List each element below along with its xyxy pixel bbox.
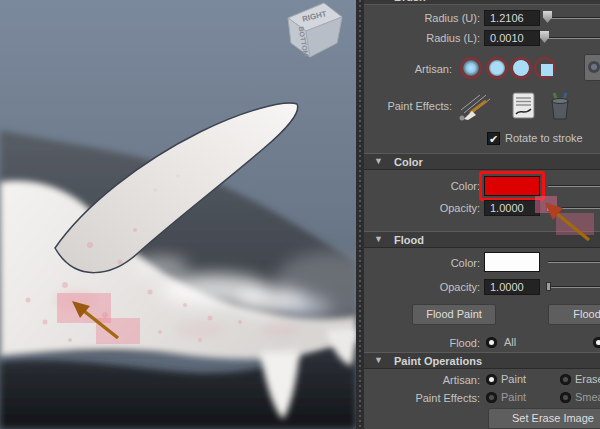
artisan-paint-label: Paint bbox=[501, 373, 526, 386]
section-header-flood[interactable]: ▼ Flood bbox=[364, 231, 600, 248]
pfx-smear-label: Smear bbox=[575, 391, 600, 404]
flood-opacity-slider-handle[interactable] bbox=[546, 282, 551, 291]
ops-artisan-label: Artisan: bbox=[364, 373, 480, 388]
section-title-brush: Brush bbox=[394, 0, 426, 3]
paint-effects-label: Paint Effects: bbox=[364, 99, 452, 114]
artisan-brush-soft-icon[interactable] bbox=[460, 57, 482, 79]
tool-settings-panel: Brush Radius (U): 1.2106 Radius (L): 0.0… bbox=[364, 0, 600, 429]
section-title-paint-operations: Paint Operations bbox=[394, 354, 482, 369]
flood-label: Flood: bbox=[364, 336, 480, 351]
annotation-highlight-box bbox=[479, 171, 545, 201]
paint-effects-canvas-icon[interactable] bbox=[512, 92, 536, 120]
flood-erase-button[interactable]: Flood Erase bbox=[548, 304, 600, 325]
radius-l-slider-track[interactable] bbox=[544, 37, 600, 38]
flood-color-slider-track[interactable] bbox=[548, 261, 600, 262]
section-header-brush[interactable]: Brush bbox=[364, 0, 600, 5]
flood-paint-button[interactable]: Flood Paint bbox=[412, 304, 496, 325]
paint-effects-brush-icon[interactable] bbox=[456, 93, 492, 121]
flood-selected-radio[interactable] bbox=[593, 337, 600, 348]
viewport-3d-canvas[interactable]: RIGHT BOTTOM bbox=[0, 0, 356, 429]
flood-color-swatch[interactable] bbox=[484, 252, 540, 272]
artisan-erase-label: Erase bbox=[575, 373, 600, 386]
artisan-erase-radio[interactable] bbox=[560, 374, 571, 385]
opacity-field[interactable]: 1.0000 bbox=[484, 200, 540, 216]
opacity-label: Opacity: bbox=[364, 201, 480, 216]
flood-all-radio[interactable] bbox=[486, 337, 497, 348]
collapse-arrow-icon[interactable]: ▼ bbox=[374, 355, 383, 365]
rotate-to-stroke-checkbox[interactable]: ✔ bbox=[487, 132, 500, 145]
radius-l-label: Radius (L): bbox=[364, 31, 480, 46]
color-label: Color: bbox=[364, 179, 480, 194]
panel-splitter[interactable] bbox=[356, 0, 364, 429]
artisan-label: Artisan: bbox=[364, 62, 452, 77]
splitter-grip-icon bbox=[359, 0, 361, 429]
opacity-slider-track[interactable] bbox=[548, 207, 600, 208]
section-header-paint-operations[interactable]: ▼ Paint Operations bbox=[364, 352, 600, 369]
radius-u-label: Radius (U): bbox=[364, 11, 480, 26]
flood-color-label: Color: bbox=[364, 256, 480, 271]
rotate-to-stroke-label: Rotate to stroke bbox=[505, 132, 583, 145]
pfx-paint-radio[interactable] bbox=[486, 392, 497, 403]
browse-icon bbox=[585, 55, 600, 80]
set-erase-image-button[interactable]: Set Erase Image bbox=[488, 408, 600, 429]
radius-u-slider-track[interactable] bbox=[544, 17, 600, 18]
opacity-slider-handle[interactable] bbox=[546, 203, 551, 212]
pfx-smear-radio[interactable] bbox=[560, 392, 571, 403]
square-profile-glyph bbox=[541, 64, 553, 76]
paint-color-slider-track[interactable] bbox=[548, 185, 600, 186]
radius-u-field[interactable]: 1.2106 bbox=[484, 10, 540, 26]
artisan-paint-radio[interactable] bbox=[486, 374, 497, 385]
artisan-brush-solid-icon[interactable] bbox=[510, 57, 532, 79]
section-title-color: Color bbox=[394, 155, 423, 170]
flood-opacity-label: Opacity: bbox=[364, 280, 480, 295]
artisan-brush-medium-icon[interactable] bbox=[486, 57, 508, 79]
pfx-paint-label: Paint bbox=[501, 391, 526, 404]
radius-u-slider-handle[interactable] bbox=[543, 11, 552, 23]
radius-l-slider-handle[interactable] bbox=[540, 31, 549, 43]
view-cube[interactable]: RIGHT BOTTOM bbox=[278, 0, 350, 62]
ops-paint-effects-label: Paint Effects: bbox=[364, 391, 480, 406]
flood-all-label: All bbox=[504, 336, 516, 349]
brush-browse-button[interactable] bbox=[584, 54, 600, 81]
maya-window: RIGHT BOTTOM Brush Radius (U): 1.2106 Ra… bbox=[0, 0, 600, 429]
checkmark-icon: ✔ bbox=[489, 133, 498, 145]
paint-effects-bucket-icon[interactable] bbox=[548, 91, 572, 121]
radius-l-field[interactable]: 0.0010 bbox=[484, 30, 540, 46]
shark-model-render bbox=[0, 0, 356, 429]
collapse-arrow-icon[interactable]: ▼ bbox=[374, 234, 383, 244]
artisan-brush-square-icon[interactable] bbox=[534, 57, 556, 79]
flood-opacity-slider-track[interactable] bbox=[548, 286, 600, 287]
flood-opacity-field[interactable]: 1.0000 bbox=[484, 279, 540, 295]
section-header-color[interactable]: ▼ Color bbox=[364, 153, 600, 170]
section-title-flood: Flood bbox=[394, 233, 424, 248]
collapse-arrow-icon[interactable]: ▼ bbox=[374, 156, 383, 166]
